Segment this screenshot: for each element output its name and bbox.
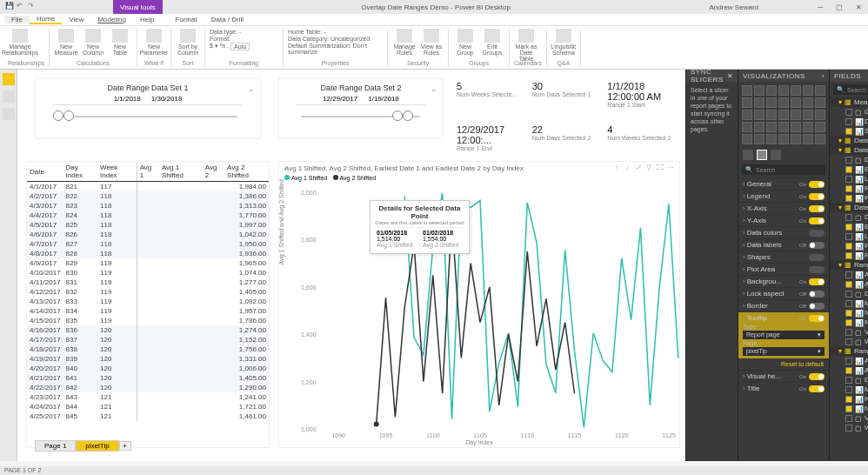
field-column[interactable]: 📊Avg 2 Shifted	[830, 365, 868, 375]
new-table-button[interactable]: New Table	[108, 29, 132, 56]
field-column[interactable]: 📊Avg 1	[830, 270, 868, 279]
field-column[interactable]: 📊DateShiftRang...	[830, 117, 868, 126]
report-canvas[interactable]: ⌄ Date Range Data Set 1 1/1/20181/30/201…	[17, 70, 685, 461]
menu-modeling[interactable]: Modeling	[90, 16, 132, 23]
viz-type-icon[interactable]	[791, 85, 801, 96]
fields-tab-icon[interactable]	[743, 150, 753, 160]
manage-relationships-button[interactable]: Manage Relationships	[8, 29, 32, 56]
format-legend[interactable]: ›LegendOn	[738, 190, 829, 202]
format-general[interactable]: ›GeneralOn	[738, 177, 829, 190]
viz-type-icon[interactable]	[815, 85, 825, 96]
format-tab-icon[interactable]	[757, 150, 767, 160]
chevron-down-icon[interactable]: ⌄	[431, 84, 437, 93]
viz-type-icon[interactable]	[778, 110, 789, 120]
table-row[interactable]: 4/2/20178221181,386.00	[27, 191, 269, 201]
field-column[interactable]: ▢Value	[830, 327, 868, 337]
table-row[interactable]: 4/4/20178241181,770.00	[27, 211, 269, 220]
viz-type-icon[interactable]	[815, 97, 825, 108]
search-input[interactable]: 🔍Search	[833, 84, 868, 95]
chevron-down-icon[interactable]: ⌄	[248, 84, 255, 93]
viz-type-icon[interactable]	[803, 122, 813, 132]
viz-type-icon[interactable]	[791, 110, 801, 120]
table-row[interactable]: 4/13/20178331191,092.00	[27, 297, 269, 306]
tooltip-type-dropdown[interactable]: Report page▾	[743, 331, 825, 339]
tab-page1[interactable]: Page 1	[35, 440, 76, 452]
date-slider[interactable]	[53, 110, 243, 123]
field-column[interactable]: ▢Week Num	[830, 423, 868, 432]
field-column[interactable]: ▢Week Num	[830, 337, 868, 346]
drill-up-icon[interactable]: ↑	[615, 164, 624, 172]
viz-type-icon[interactable]	[766, 122, 777, 132]
viz-type-icon[interactable]	[742, 97, 752, 108]
viz-type-icon[interactable]	[742, 134, 752, 144]
menu-format[interactable]: Format	[168, 16, 204, 23]
viz-type-icon[interactable]	[778, 97, 789, 108]
focus-icon[interactable]: ⛶	[657, 164, 665, 172]
viz-type-icon[interactable]	[766, 97, 777, 108]
field-column[interactable]: ▢Date	[830, 155, 868, 164]
table-row[interactable]: 4/24/20178441211,721.00	[27, 402, 269, 411]
tab-pixeltip[interactable]: pixelTip	[76, 440, 118, 452]
filter-icon[interactable]: ▽	[646, 164, 655, 172]
viz-type-icon[interactable]	[754, 110, 765, 120]
format-visualhe[interactable]: ›Visual he...On	[738, 370, 829, 382]
field-column[interactable]: 📊Num Weeks S...	[830, 318, 868, 327]
viz-type-icon[interactable]	[803, 97, 813, 108]
field-table[interactable]: ▾▦ Dates Rang 1	[830, 145, 868, 155]
field-table[interactable]: ▾▦ Measures	[830, 97, 868, 107]
field-column[interactable]: 📊Range 2 Start	[830, 251, 868, 260]
data-type-label[interactable]: Data type: -	[210, 29, 241, 35]
menu-datadrill[interactable]: Data / Drill	[204, 16, 250, 23]
viz-type-icon[interactable]	[778, 85, 789, 96]
more-icon[interactable]: ⋯	[667, 164, 676, 172]
new-column-button[interactable]: New Column	[81, 29, 105, 56]
new-measure-button[interactable]: New Measure	[54, 29, 78, 56]
table-row[interactable]: 4/18/20178381201,756.00	[27, 345, 269, 354]
view-as-roles-button[interactable]: View as Roles	[419, 29, 444, 56]
home-table-label[interactable]: Home Table: -	[288, 29, 325, 35]
table-row[interactable]: 4/1/20178211171,984.00	[27, 182, 269, 192]
card[interactable]: 5Num Weeks Selecte...	[452, 78, 528, 122]
format-shapes[interactable]: ›Shapes	[738, 251, 829, 263]
format-label[interactable]: Format:	[210, 36, 230, 42]
viz-type-icon[interactable]	[791, 134, 801, 144]
card[interactable]: 12/29/2017 12:00:...Range 1 End	[452, 122, 528, 165]
redo-icon[interactable]: ↷	[28, 2, 37, 10]
field-column[interactable]: 📊ShiftDeltaStart...	[830, 126, 868, 136]
table-row[interactable]: 4/6/20178261181,042.00	[27, 230, 269, 239]
field-column[interactable]: 📊Range 1 End	[830, 184, 868, 193]
field-column[interactable]: 📊Latest 2	[830, 231, 868, 241]
chevron-right-icon[interactable]: ›	[822, 72, 825, 80]
format-plotarea[interactable]: ›Plot Area	[738, 263, 829, 275]
format-title[interactable]: ›TitleOn	[738, 382, 829, 394]
field-column[interactable]: 📊Range 1 Start	[830, 193, 868, 203]
drill-down-icon[interactable]: ↓	[625, 164, 634, 172]
data-table[interactable]: DateDay IndexWeek IndexAvg 1Avg 1 Shifte…	[26, 161, 270, 448]
field-column[interactable]: 📊Earliest 2	[830, 222, 868, 231]
field-column[interactable]: 📊Num Days Sel...	[830, 394, 868, 404]
table-row[interactable]: 4/11/20178311191,277.00	[27, 278, 269, 287]
analytics-tab-icon[interactable]	[771, 150, 781, 160]
default-summarization-label[interactable]: Default Summarization: Don't summarize	[288, 43, 383, 55]
viz-type-icon[interactable]	[766, 85, 777, 96]
slicer-date-range-1[interactable]: ⌄ Date Range Data Set 1 1/1/20181/30/201…	[35, 78, 261, 139]
linguistic-schema-button[interactable]: Linguistic Schema	[551, 29, 576, 56]
slicer-start[interactable]: 1/1/2018	[114, 95, 141, 103]
model-view-icon[interactable]	[3, 108, 15, 120]
menu-help[interactable]: Help	[133, 16, 161, 23]
table-row[interactable]: 4/14/20178341191,957.00	[27, 306, 269, 316]
viz-type-icon[interactable]	[742, 110, 752, 120]
field-column[interactable]: 📊MinDate 2	[830, 385, 868, 394]
table-row[interactable]: 4/8/20178281181,936.00	[27, 249, 269, 258]
format-lockaspect[interactable]: ›Lock aspectOff	[738, 287, 829, 299]
viz-type-icon[interactable]	[766, 134, 777, 144]
expand-icon[interactable]: ⤢	[636, 164, 644, 172]
mark-date-table-button[interactable]: Mark as Date Table	[514, 29, 538, 62]
viz-type-icon[interactable]	[754, 122, 765, 132]
sort-by-column-button[interactable]: Sort by Column	[176, 29, 200, 56]
viz-type-icon[interactable]	[778, 122, 789, 132]
maximize-button[interactable]: ▢	[830, 3, 849, 11]
viz-type-icon[interactable]	[815, 122, 825, 132]
viz-type-icon[interactable]	[803, 110, 813, 120]
viz-type-icon[interactable]	[803, 85, 813, 96]
